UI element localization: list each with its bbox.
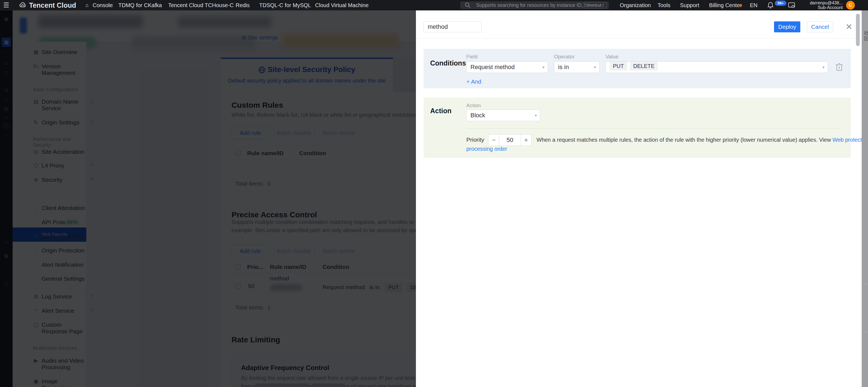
cancel-button[interactable]: Cancel: [807, 21, 833, 32]
value-tag-put: PUT: [610, 62, 627, 70]
nav-product-tdmq[interactable]: TDMQ for CKafka: [118, 0, 162, 10]
screen: ☰ Tencent Cloud ⌂ Console TDMQ for CKafk…: [0, 0, 868, 387]
edge-divider: [863, 332, 867, 332]
notification-badge: 99+: [775, 1, 786, 6]
priority-note-line2: processing order: [466, 145, 507, 153]
edge-divider: [863, 284, 867, 284]
tencent-cloud-logo-icon: [19, 2, 27, 8]
operator-select[interactable]: is in▾: [554, 61, 599, 73]
value-tag-delete: DELETE: [630, 62, 658, 70]
priority-plus-button[interactable]: +: [521, 134, 531, 146]
edge-community-tab[interactable]: 社区: [862, 31, 868, 42]
nav-support[interactable]: Support: [680, 0, 699, 10]
account-info[interactable]: darrenpu@438... Sub-Account: [795, 1, 843, 10]
nav-language[interactable]: EN: [750, 0, 757, 10]
conditions-card: Conditions Field Request method▾ Operato…: [424, 49, 851, 88]
processing-order-link[interactable]: processing order: [466, 146, 507, 152]
close-icon[interactable]: ✕: [845, 22, 852, 31]
value-multiselect[interactable]: PUTDELETE ▾: [606, 61, 828, 73]
search-shortcut-key: Shortcut /: [583, 2, 607, 8]
deploy-button[interactable]: Deploy: [774, 21, 800, 32]
action-select[interactable]: Block▾: [466, 110, 540, 121]
priority-label: Priority: [466, 137, 484, 143]
field-select[interactable]: Request method▾: [466, 61, 548, 73]
action-card: Action Action Block▾ Priority − 50 + Whe…: [424, 97, 851, 158]
top-nav: ☰ Tencent Cloud ⌂ Console TDMQ for CKafk…: [0, 0, 868, 10]
add-and-condition-link[interactable]: + And: [466, 79, 481, 85]
rule-editor-drawer: Deploy Cancel ✕ Conditions Field Request…: [416, 10, 862, 387]
console-settings-icon[interactable]: [788, 2, 795, 8]
nav-product-redis[interactable]: Redis: [236, 0, 250, 10]
action-label: Action: [466, 102, 481, 109]
scrollbar-thumb[interactable]: [856, 14, 860, 46]
chevron-down-icon: ▾: [542, 62, 545, 72]
bell-icon[interactable]: [767, 2, 774, 9]
avatar[interactable]: C: [846, 1, 855, 9]
action-divider: [466, 128, 842, 128]
nav-organization[interactable]: Organization: [620, 0, 651, 10]
value-label: Value: [606, 54, 618, 60]
chevron-down-icon: ▾: [535, 110, 537, 121]
search-icon: [465, 2, 471, 9]
conditions-heading: Conditions: [430, 59, 466, 67]
priority-minus-button[interactable]: −: [488, 134, 499, 146]
hamburger-menu-icon[interactable]: ☰: [3, 0, 9, 10]
billing-notification-dot: [740, 4, 742, 7]
right-edge-panel: 有 社区: [862, 0, 868, 387]
nav-product-tchouse[interactable]: Tencent Cloud TCHouse-C: [168, 0, 234, 10]
action-heading: Action: [430, 107, 452, 115]
tencent-cloud-logo-text: Tencent Cloud: [29, 0, 76, 10]
field-label: Field: [466, 54, 477, 60]
priority-input[interactable]: 50: [499, 134, 521, 146]
priority-note-line1: When a request matches multiple rules, t…: [536, 136, 868, 144]
nav-separator: [113, 2, 113, 8]
account-role: Sub-Account: [795, 5, 843, 10]
account-email: darrenpu@438...: [795, 1, 843, 5]
chevron-down-icon: ▾: [823, 62, 825, 72]
nav-billing-center[interactable]: Billing Center: [709, 0, 742, 10]
drawer-header: Deploy Cancel ✕: [416, 10, 862, 39]
delete-condition-trash-icon[interactable]: [836, 62, 843, 72]
nav-console[interactable]: Console: [93, 0, 113, 10]
home-icon: ⌂: [86, 0, 89, 10]
search-placeholder: Supports searching for resources by inst…: [476, 1, 586, 9]
rule-name-input[interactable]: [424, 21, 482, 32]
nav-product-cvm[interactable]: Cloud Virtual Machine: [315, 0, 369, 10]
nav-tools[interactable]: Tools: [658, 0, 671, 10]
nav-search-input[interactable]: Supports searching for resources by inst…: [460, 1, 609, 9]
nav-product-tdsql[interactable]: TDSQL-C for MySQL: [259, 0, 311, 10]
chevron-down-icon: ▾: [594, 62, 596, 72]
operator-label: Operator: [554, 54, 575, 60]
